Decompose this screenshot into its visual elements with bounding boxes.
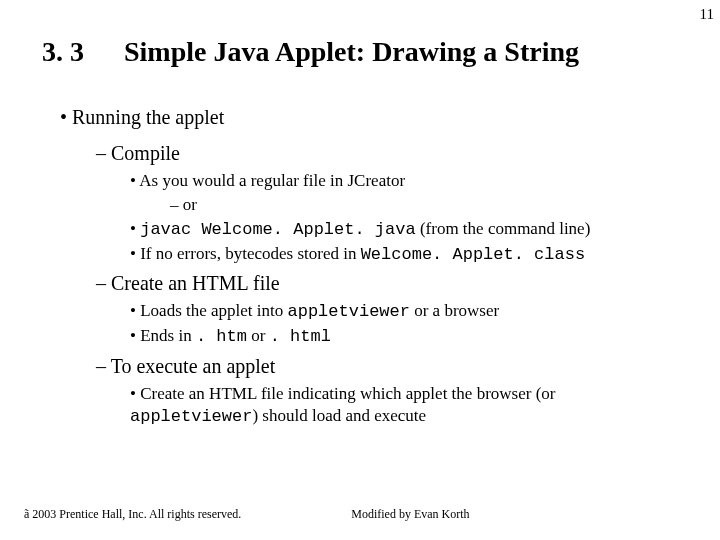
code: appletviewer <box>130 407 252 426</box>
text: Ends in <box>140 326 196 345</box>
text: or a browser <box>410 301 499 320</box>
text: (from the command line) <box>416 219 591 238</box>
bullet-l3: • Create an HTML file indicating which a… <box>130 383 680 428</box>
slide-title-row: 3. 3 Simple Java Applet: Drawing a Strin… <box>0 0 720 68</box>
section-title: Simple Java Applet: Drawing a String <box>124 36 579 68</box>
bullet-l3: • If no errors, bytecodes stored in Welc… <box>130 243 680 266</box>
text: Loads the applet into <box>140 301 287 320</box>
bullet-l3: • Ends in . htm or . html <box>130 325 680 348</box>
bullet-l1: • Running the applet <box>60 104 680 130</box>
page-number: 11 <box>700 6 714 23</box>
text: ) should load and execute <box>252 406 426 425</box>
bullet-l3: • Loads the applet into appletviewer or … <box>130 300 680 323</box>
text: If no errors, bytecodes stored in <box>140 244 360 263</box>
text: or <box>247 326 270 345</box>
bullet-l4: – or <box>170 194 680 216</box>
slide-footer: ã 2003 Prentice Hall, Inc. All rights re… <box>24 507 696 522</box>
text: 2003 Prentice Hall, Inc. All rights rese… <box>32 507 241 521</box>
copyright: ã 2003 Prentice Hall, Inc. All rights re… <box>24 507 241 522</box>
text: Compile <box>111 142 180 164</box>
bullet-l3: • javac Welcome. Applet. java (from the … <box>130 218 680 241</box>
text: As you would a regular file in JCreator <box>139 171 405 190</box>
text: Create an HTML file indicating which app… <box>140 384 555 403</box>
bullet-l2: – Compile <box>96 140 680 166</box>
code: javac Welcome. Applet. java <box>140 220 415 239</box>
text: Running the applet <box>72 106 224 128</box>
section-number: 3. 3 <box>42 36 84 68</box>
bullet-l2: – Create an HTML file <box>96 270 680 296</box>
text: To execute an applet <box>111 355 276 377</box>
slide-content: • Running the applet – Compile • As you … <box>0 68 720 428</box>
text: or <box>183 195 197 214</box>
code: . html <box>270 327 331 346</box>
code: Welcome. Applet. class <box>361 245 585 264</box>
text: Create an HTML file <box>111 272 280 294</box>
bullet-l2: – To execute an applet <box>96 353 680 379</box>
code: appletviewer <box>288 302 410 321</box>
modified-by: Modified by Evan Korth <box>351 507 469 522</box>
bullet-l3: • As you would a regular file in JCreato… <box>130 170 680 192</box>
code: . htm <box>196 327 247 346</box>
